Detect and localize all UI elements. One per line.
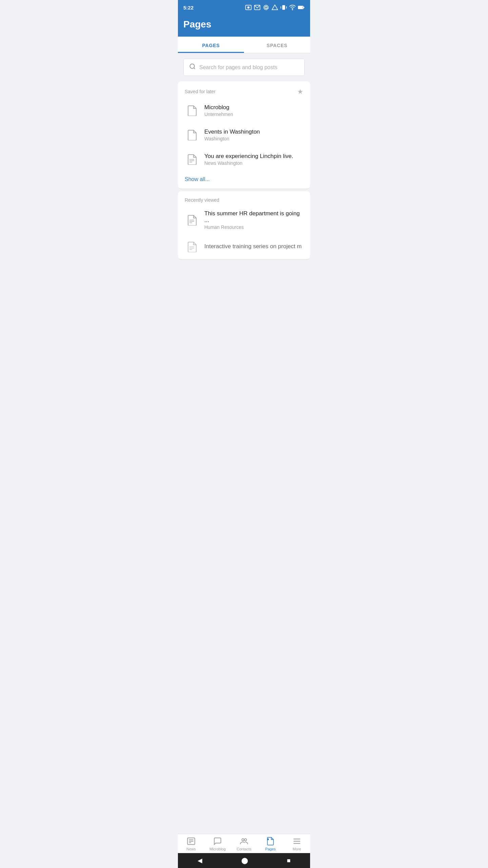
- status-icons: [245, 4, 305, 11]
- svg-line-11: [194, 68, 195, 69]
- pages-icon: [266, 837, 275, 846]
- article-icon: [187, 241, 197, 252]
- photo-status-icon: [245, 4, 252, 11]
- at-status-icon: [263, 4, 269, 11]
- item-text: Microblog Unternehmen: [204, 104, 233, 117]
- status-bar: 5:22: [178, 0, 310, 15]
- nav-label-more: More: [292, 847, 301, 851]
- item-icon-wrap: [185, 127, 200, 142]
- svg-rect-6: [286, 6, 287, 9]
- list-item[interactable]: This summer HR department is going ... H…: [178, 205, 310, 235]
- recently-viewed-card: Recently viewed This summer HR departmen…: [178, 191, 310, 259]
- item-text: You are experiencing Linchpin live. News…: [204, 153, 293, 166]
- list-item[interactable]: Microblog Unternehmen: [178, 98, 310, 123]
- bottom-nav: News Microblog Contacts Pages: [178, 834, 310, 853]
- item-icon-wrap: [185, 103, 200, 118]
- nav-item-pages[interactable]: Pages: [257, 837, 284, 851]
- header: Pages: [178, 15, 310, 37]
- more-icon: [292, 837, 301, 846]
- list-item[interactable]: You are experiencing Linchpin live. News…: [178, 147, 310, 172]
- recently-viewed-title: Recently viewed: [185, 197, 219, 203]
- search-placeholder: Search for pages and blog posts: [199, 64, 277, 71]
- item-icon-wrap: [185, 213, 200, 228]
- tab-pages[interactable]: PAGES: [178, 37, 244, 53]
- item-subtitle: Washington: [204, 136, 260, 141]
- tab-spaces[interactable]: SPACES: [244, 37, 310, 53]
- nav-label-pages: Pages: [265, 847, 276, 851]
- page-icon: [187, 130, 197, 140]
- list-item[interactable]: Events in Washington Washington: [178, 123, 310, 147]
- item-title: Microblog: [204, 104, 233, 111]
- item-title: Interactive training series on project m: [204, 243, 302, 250]
- wifi-icon: [289, 4, 296, 11]
- back-button[interactable]: ◀: [198, 857, 202, 864]
- item-title: You are experiencing Linchpin live.: [204, 153, 293, 160]
- battery-icon: [298, 4, 305, 11]
- star-icon: ★: [297, 87, 303, 96]
- item-text: This summer HR department is going ... H…: [204, 210, 303, 230]
- article-icon: [187, 215, 197, 225]
- svg-rect-9: [299, 6, 303, 9]
- tabs-container: PAGES SPACES: [178, 37, 310, 53]
- news-icon: [187, 837, 196, 846]
- vibrate-icon: [280, 4, 287, 11]
- item-icon-wrap: [185, 239, 200, 254]
- item-title: Events in Washington: [204, 129, 260, 135]
- saved-for-later-card: Saved for later ★ Microblog Unternehmen: [178, 81, 310, 189]
- status-time: 5:22: [183, 5, 194, 11]
- contacts-icon: [240, 837, 248, 846]
- nav-label-microblog: Microblog: [209, 847, 226, 851]
- item-subtitle: News Washington: [204, 160, 293, 166]
- saved-for-later-title: Saved for later: [185, 89, 216, 94]
- item-subtitle: Unternehmen: [204, 112, 233, 117]
- home-button[interactable]: ⬤: [241, 857, 248, 864]
- page-icon: [187, 105, 197, 116]
- item-title: This summer HR department is going ...: [204, 210, 303, 224]
- system-nav: ◀ ⬤ ■: [178, 853, 310, 868]
- item-text: Interactive training series on project m: [204, 243, 302, 251]
- svg-point-25: [242, 839, 244, 841]
- svg-point-26: [244, 839, 247, 841]
- content-area: Saved for later ★ Microblog Unternehmen: [178, 81, 310, 289]
- recent-button[interactable]: ■: [287, 857, 291, 864]
- notif-status-icon: [271, 4, 278, 11]
- nav-item-news[interactable]: News: [178, 837, 204, 851]
- list-item[interactable]: Interactive training series on project m: [178, 235, 310, 259]
- nav-item-contacts[interactable]: Contacts: [231, 837, 257, 851]
- page-title: Pages: [183, 19, 211, 29]
- article-icon: [187, 154, 197, 165]
- svg-rect-4: [282, 5, 285, 9]
- item-subtitle: Human Resources: [204, 224, 303, 230]
- svg-point-7: [292, 9, 293, 10]
- svg-point-1: [247, 6, 250, 9]
- item-icon-wrap: [185, 152, 200, 167]
- nav-item-more[interactable]: More: [284, 837, 310, 851]
- recently-viewed-header: Recently viewed: [178, 191, 310, 205]
- mail-status-icon: [254, 4, 261, 11]
- svg-rect-5: [281, 6, 281, 9]
- microblog-icon: [213, 837, 222, 846]
- nav-label-news: News: [186, 847, 196, 851]
- show-all-link[interactable]: Show all...: [178, 172, 310, 189]
- search-icon: [189, 63, 196, 72]
- item-text: Events in Washington Washington: [204, 129, 260, 141]
- nav-label-contacts: Contacts: [237, 847, 251, 851]
- svg-point-10: [190, 64, 195, 68]
- search-container: Search for pages and blog posts: [178, 53, 310, 81]
- search-box[interactable]: Search for pages and blog posts: [183, 59, 305, 76]
- saved-for-later-header: Saved for later ★: [178, 81, 310, 98]
- nav-item-microblog[interactable]: Microblog: [204, 837, 231, 851]
